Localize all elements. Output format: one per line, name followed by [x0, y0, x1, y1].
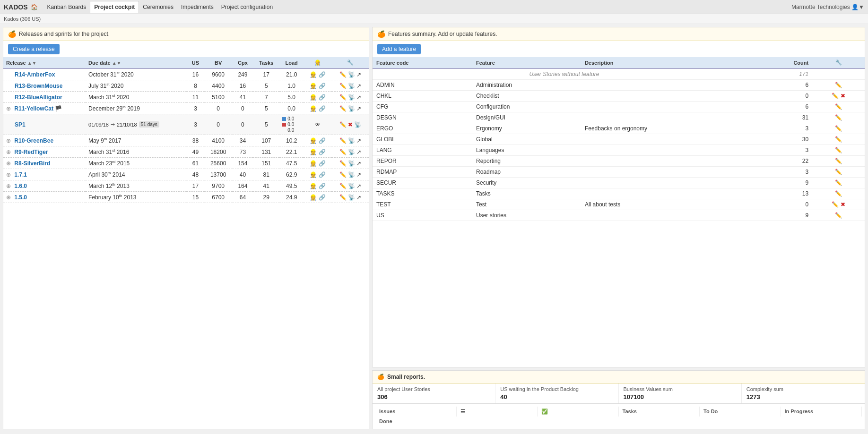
feature-edit-icon[interactable]: ✏️ — [835, 103, 842, 110]
feature-edit-icon[interactable]: ✏️ — [835, 212, 842, 219]
edit-icon[interactable]: ✏️ — [339, 137, 347, 144]
expand-icon[interactable]: ⊕ — [6, 149, 11, 155]
release-sort-icon[interactable]: ▲▼ — [27, 60, 37, 66]
rss-icon[interactable]: 📡 — [348, 160, 355, 167]
external-icon[interactable]: ↗ — [356, 149, 361, 155]
worker-icon[interactable]: 👷 — [310, 160, 317, 167]
feature-edit-icon[interactable]: ✏️ — [835, 114, 842, 121]
feature-edit-icon[interactable]: ✏️ — [835, 147, 842, 153]
release-link[interactable]: 1.7.1 — [14, 171, 27, 178]
rss-icon[interactable]: 📡 — [348, 105, 355, 112]
feature-edit-icon[interactable]: ✏️ — [832, 93, 839, 99]
date-sort-icon[interactable]: ▲▼ — [112, 60, 122, 66]
sprint-link[interactable]: SP1 — [15, 121, 26, 128]
release-link[interactable]: R12-BlueAlligator — [15, 94, 62, 101]
edit-icon[interactable]: ✏️ — [339, 183, 347, 189]
worker-icon[interactable]: 👷 — [310, 83, 317, 89]
rss-icon[interactable]: 📡 — [348, 149, 355, 155]
external-icon[interactable]: ↗ — [356, 71, 361, 78]
release-link[interactable]: R13-BrownMouse — [15, 83, 62, 89]
rss-icon[interactable]: 📡 — [348, 83, 355, 89]
feature-edit-icon[interactable]: ✏️ — [835, 125, 842, 132]
create-release-button[interactable]: Create a release — [8, 44, 60, 54]
rss-icon[interactable]: 📡 — [348, 94, 355, 101]
feature-edit-icon[interactable]: ✏️ — [835, 158, 842, 164]
worker-icon[interactable]: 👷 — [310, 137, 317, 144]
edit-icon[interactable]: ✏️ — [339, 160, 347, 167]
feature-edit-icon[interactable]: ✏️ — [835, 136, 842, 143]
edit-icon[interactable]: ✏️ — [339, 83, 347, 89]
feature-delete-icon[interactable]: ✖ — [841, 201, 845, 208]
release-link[interactable]: R11-YellowCat — [14, 105, 53, 112]
rss-icon[interactable]: 📡 — [348, 183, 355, 189]
nav-ceremonies[interactable]: Ceremonies — [139, 1, 177, 13]
feature-edit-icon[interactable]: ✏️ — [835, 190, 842, 197]
edit-icon[interactable]: ✏️ — [339, 149, 347, 155]
edit-icon[interactable]: ✏️ — [339, 194, 347, 201]
nav-project-config[interactable]: Project configuration — [217, 1, 277, 13]
external-icon[interactable]: ↗ — [356, 171, 361, 178]
nav-kanban[interactable]: Kanban Boards — [43, 1, 90, 13]
external-icon[interactable]: ↗ — [356, 160, 361, 167]
sprint-delete-icon[interactable]: ✖ — [348, 121, 353, 128]
rss-icon[interactable]: 📡 — [348, 171, 355, 178]
bottom-icon1[interactable]: ☰ — [457, 407, 538, 417]
link-icon[interactable]: 🔗 — [319, 71, 326, 78]
link-icon[interactable]: 🔗 — [319, 149, 326, 155]
bottom-check[interactable]: ✅ — [538, 407, 619, 417]
link-icon[interactable]: 🔗 — [319, 160, 326, 167]
rss-icon[interactable]: 📡 — [348, 71, 355, 78]
external-icon[interactable]: ↗ — [356, 94, 361, 101]
expand-icon[interactable]: ⊕ — [6, 194, 11, 201]
feature-edit-icon[interactable]: ✏️ — [832, 201, 839, 208]
edit-icon[interactable]: ✏️ — [339, 171, 347, 178]
expand-icon[interactable]: ⊕ — [6, 137, 11, 144]
rss-icon[interactable]: 📡 — [348, 137, 355, 144]
edit-icon[interactable]: ✏️ — [339, 105, 347, 112]
eye-icon[interactable]: 👁 — [315, 121, 321, 128]
rss-icon[interactable]: 📡 — [348, 194, 355, 201]
release-link[interactable]: R14-AmberFox — [15, 71, 55, 78]
nav-project-cockpit[interactable]: Project cockpit — [90, 1, 139, 13]
link-icon[interactable]: 🔗 — [319, 94, 326, 101]
edit-icon[interactable]: ✏️ — [339, 71, 347, 78]
release-link[interactable]: R10-GreenBee — [14, 137, 53, 144]
link-icon[interactable]: 🔗 — [319, 171, 326, 178]
add-feature-button[interactable]: Add a feature — [377, 44, 421, 54]
worker-icon[interactable]: 👷 — [310, 194, 317, 201]
external-icon[interactable]: ↗ — [356, 105, 361, 112]
external-icon[interactable]: ↗ — [356, 194, 361, 201]
release-link[interactable]: 1.6.0 — [14, 183, 27, 189]
home-icon[interactable]: 🏠 — [31, 4, 38, 10]
worker-icon[interactable]: 👷 — [310, 94, 317, 101]
feature-delete-icon[interactable]: ✖ — [841, 93, 845, 99]
release-link[interactable]: 1.5.0 — [14, 194, 27, 201]
expand-icon[interactable]: ⊕ — [6, 171, 11, 178]
edit-icon[interactable]: ✏️ — [339, 94, 347, 101]
expand-icon[interactable]: ⊕ — [6, 105, 11, 112]
link-icon[interactable]: 🔗 — [319, 194, 326, 201]
worker-icon[interactable]: 👷 — [310, 183, 317, 189]
feature-edit-icon[interactable]: ✏️ — [835, 82, 842, 88]
sprint-rss-icon[interactable]: 📡 — [354, 121, 361, 128]
sprint-edit-icon[interactable]: ✏️ — [339, 121, 347, 128]
feature-edit-icon[interactable]: ✏️ — [835, 179, 842, 186]
worker-icon[interactable]: 👷 — [310, 171, 317, 178]
expand-icon[interactable]: ⊕ — [6, 183, 11, 189]
expand-icon[interactable]: ⊕ — [6, 160, 11, 167]
nav-impediments[interactable]: Impediments — [177, 1, 217, 13]
release-link[interactable]: R8-SilverBird — [14, 160, 50, 167]
link-icon[interactable]: 🔗 — [319, 105, 326, 112]
worker-icon[interactable]: 👷 — [310, 105, 317, 112]
external-icon[interactable]: ↗ — [356, 183, 361, 189]
external-icon[interactable]: ↗ — [356, 83, 361, 89]
worker-icon[interactable]: 👷 — [310, 71, 317, 78]
link-icon[interactable]: 🔗 — [319, 183, 326, 189]
feature-edit-icon[interactable]: ✏️ — [835, 169, 842, 175]
feature-description — [581, 156, 756, 167]
link-icon[interactable]: 🔗 — [319, 137, 326, 144]
external-icon[interactable]: ↗ — [356, 137, 361, 144]
worker-icon[interactable]: 👷 — [310, 149, 317, 155]
release-link[interactable]: R9-RedTiger — [14, 149, 48, 155]
link-icon[interactable]: 🔗 — [319, 83, 326, 89]
